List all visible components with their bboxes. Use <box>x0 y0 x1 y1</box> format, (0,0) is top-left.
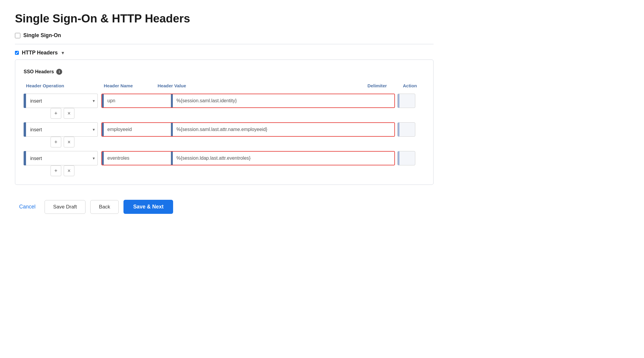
delimiter-cell-2 <box>395 151 425 165</box>
col-header-action: Action <box>395 83 425 88</box>
add-row-button-0[interactable]: + <box>51 108 61 119</box>
remove-row-button-1[interactable]: × <box>64 137 74 147</box>
operation-blue-bar <box>24 151 26 165</box>
op-select-2[interactable]: insertreplacedelete <box>26 151 98 165</box>
action-cell-0: +× <box>24 108 101 119</box>
table-row: insertreplacedelete▾+× <box>24 122 425 147</box>
delimiter-box[interactable] <box>397 94 415 108</box>
remove-row-button-0[interactable]: × <box>64 108 74 119</box>
table-row: insertreplacedelete▾+× <box>24 151 425 176</box>
http-headers-checkbox[interactable] <box>15 51 19 55</box>
op-select-0[interactable]: insertreplacedelete <box>26 94 98 108</box>
header-value-input-1[interactable] <box>173 123 394 136</box>
http-headers-row: HTTP Headers ▼ <box>15 50 434 56</box>
section-divider <box>15 44 434 44</box>
header-op-cell-2: insertreplacedelete▾ <box>24 151 101 165</box>
sso-checkbox-label[interactable]: Single Sign-On <box>23 32 61 39</box>
table-header: Header Operation Header Name Header Valu… <box>24 80 425 91</box>
save-next-button[interactable]: Save & Next <box>123 200 173 214</box>
header-value-input-0[interactable] <box>173 94 394 107</box>
name-wrapper-1 <box>102 123 171 136</box>
save-draft-button[interactable]: Save Draft <box>45 200 86 214</box>
delimiter-cell-0 <box>395 94 425 108</box>
info-icon[interactable]: i <box>56 69 62 75</box>
http-headers-label[interactable]: HTTP Headers <box>22 50 58 56</box>
header-name-input-2[interactable] <box>104 152 171 165</box>
header-name-input-0[interactable] <box>104 94 171 107</box>
delimiter-cell-1 <box>395 122 425 137</box>
name-value-cell-0 <box>101 94 395 108</box>
op-select-1[interactable]: insertreplacedelete <box>26 122 98 137</box>
sso-checkbox[interactable] <box>15 33 20 38</box>
delimiter-box[interactable] <box>397 151 415 165</box>
footer: Cancel Save Draft Back Save & Next <box>15 200 434 214</box>
header-op-cell-1: insertreplacedelete▾ <box>24 122 101 137</box>
name-wrapper-2 <box>102 152 171 165</box>
header-name-input-1[interactable] <box>104 123 171 136</box>
remove-row-button-2[interactable]: × <box>64 165 74 176</box>
col-header-delimiter: Delimiter <box>365 83 395 88</box>
action-cell-1: +× <box>24 137 101 147</box>
value-wrapper-1 <box>171 123 394 136</box>
http-headers-dropdown-arrow[interactable]: ▼ <box>61 51 65 55</box>
delimiter-blue-bar <box>398 151 399 165</box>
page-title: Single Sign-On & HTTP Headers <box>15 12 434 25</box>
cancel-button[interactable]: Cancel <box>15 201 40 213</box>
operation-blue-bar <box>24 94 26 108</box>
name-wrapper-0 <box>102 94 171 107</box>
table-row: insertreplacedelete▾+× <box>24 94 425 119</box>
delimiter-blue-bar <box>398 94 399 108</box>
sso-section: Single Sign-On <box>15 32 434 39</box>
add-row-button-2[interactable]: + <box>51 165 61 176</box>
sso-headers-title-row: SSO Headers i <box>24 69 425 75</box>
add-row-button-1[interactable]: + <box>51 137 61 147</box>
http-headers-panel: SSO Headers i Header Operation Header Na… <box>15 60 434 185</box>
back-button[interactable]: Back <box>90 200 119 214</box>
col-header-name: Header Name <box>101 83 155 88</box>
name-value-cell-1 <box>101 122 395 137</box>
table-rows: insertreplacedelete▾+×insertreplacedelet… <box>24 94 425 176</box>
col-header-operation: Header Operation <box>24 83 101 88</box>
value-wrapper-2 <box>171 152 394 165</box>
name-value-cell-2 <box>101 151 395 165</box>
delimiter-blue-bar <box>398 123 399 136</box>
header-value-input-2[interactable] <box>173 152 394 165</box>
sso-headers-label: SSO Headers <box>24 69 54 74</box>
operation-blue-bar <box>24 122 26 137</box>
header-op-cell-0: insertreplacedelete▾ <box>24 94 101 108</box>
delimiter-box[interactable] <box>397 122 415 137</box>
value-wrapper-0 <box>171 94 394 107</box>
col-header-value: Header Value <box>155 83 365 88</box>
action-cell-2: +× <box>24 165 101 176</box>
